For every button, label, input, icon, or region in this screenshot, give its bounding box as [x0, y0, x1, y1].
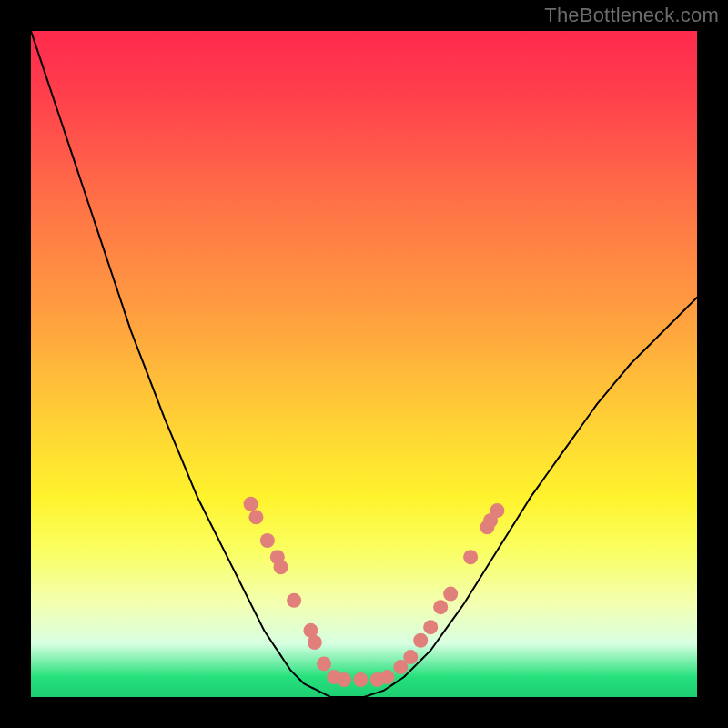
marker-dot: [260, 533, 275, 548]
marker-dot: [287, 593, 301, 608]
chart-svg: [31, 31, 697, 697]
marker-dot: [423, 620, 438, 634]
series-right-curve: [364, 298, 697, 697]
series-left-curve: [31, 31, 330, 697]
chart-frame: TheBottleneck.com: [0, 0, 728, 728]
marker-dot: [274, 560, 288, 574]
marker-dot: [403, 650, 418, 664]
marker-dot: [353, 672, 368, 687]
marker-dot: [317, 656, 331, 671]
marker-dot: [463, 550, 478, 564]
watermark-text: TheBottleneck.com: [544, 4, 719, 27]
marker-dot: [443, 587, 458, 602]
marker-dot: [308, 635, 322, 650]
curve-layer: [31, 31, 697, 697]
marker-dot: [337, 672, 351, 687]
marker-dot: [248, 510, 263, 524]
marker-dot: [490, 503, 504, 518]
marker-dot: [244, 497, 258, 511]
marker-dot: [380, 670, 395, 684]
marker-dot: [413, 633, 428, 648]
plot-area: [31, 31, 697, 697]
marker-dot: [433, 600, 448, 614]
